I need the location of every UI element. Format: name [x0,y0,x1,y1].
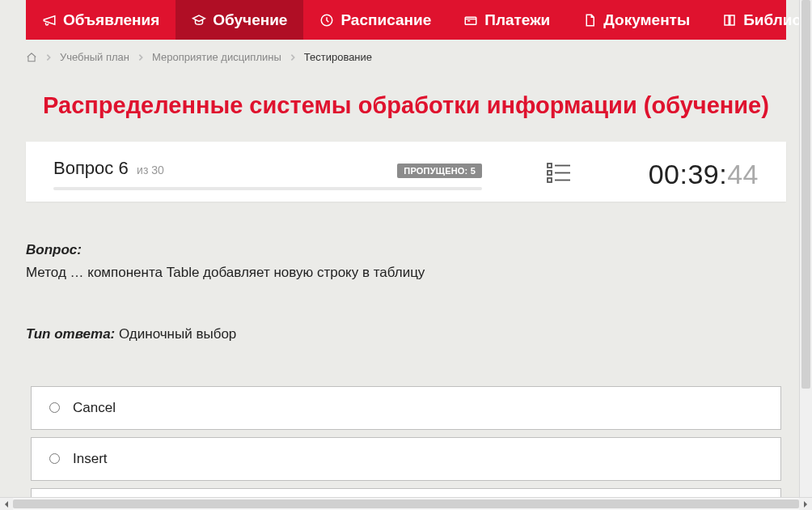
nav-label: Обучение [213,11,287,29]
clock-icon [319,13,334,28]
nav-label: Расписание [340,11,431,29]
scroll-left-arrow[interactable] [0,498,13,511]
graduation-icon [192,13,206,28]
nav-label: Документы [603,11,690,29]
breadcrumb-link[interactable]: Мероприятие дисциплины [152,51,281,63]
option-label: Cancel [73,400,116,416]
nav-label: Объявления [63,11,159,29]
option-radio[interactable] [49,453,60,464]
nav-label: Платежи [484,11,550,29]
option-radio[interactable] [49,402,60,413]
breadcrumb-link[interactable]: Учебный план [60,51,129,63]
question-body: Вопрос: Метод … компонента Table добавля… [26,242,786,497]
options-list: Cancel Insert Delete [26,386,786,497]
nav-payments[interactable]: Платежи [447,0,566,40]
megaphone-icon [42,13,57,28]
timer-sub: 44 [727,159,759,189]
chevron-right-icon [45,53,52,62]
scroll-right-arrow[interactable] [799,498,812,511]
question-total-label: из 30 [137,164,164,176]
option-item[interactable]: Delete [31,488,781,497]
svg-rect-4 [548,178,552,182]
chevron-right-icon [137,53,144,62]
nav-documents[interactable]: Документы [566,0,706,40]
nav-schedule[interactable]: Расписание [303,0,447,40]
option-label: Insert [73,451,108,467]
answer-type-label: Тип ответа: [26,326,115,342]
main-navbar: Объявления Обучение Расписание Платежи [26,0,786,40]
chevron-right-icon [290,53,296,62]
payment-icon [463,13,478,28]
scrollbar-thumb[interactable] [801,0,810,389]
timer: 00:39:44 [649,159,759,190]
svg-rect-1 [465,17,476,24]
option-item[interactable]: Insert [31,437,781,481]
svg-rect-2 [548,164,552,168]
question-text: Метод … компонента Table добавляет новую… [26,263,786,283]
breadcrumb-current: Тестирование [304,51,372,63]
timer-main: 00:39: [649,159,728,189]
question-number-label: Вопрос 6 [53,158,129,178]
question-progress: Вопрос 6 из 30 ПРОПУЩЕНО: 5 [53,158,482,190]
nav-announcements[interactable]: Объявления [26,0,176,40]
book-icon [722,13,737,28]
question-heading: Вопрос: [26,242,786,258]
breadcrumb: Учебный план Мероприятие дисциплины Тест… [26,40,786,74]
page-title: Распределенные системы обработки информа… [26,74,786,142]
option-item[interactable]: Cancel [31,386,781,430]
document-icon [582,13,597,28]
vertical-scrollbar[interactable] [799,0,812,497]
horizontal-scrollbar[interactable] [0,497,812,510]
nav-library[interactable]: Библиотека [706,0,812,40]
status-bar: Вопрос 6 из 30 ПРОПУЩЕНО: 5 [26,142,786,202]
home-icon[interactable] [26,52,37,63]
question-list-icon[interactable] [547,162,571,186]
nav-education[interactable]: Обучение [176,0,303,40]
skipped-badge: ПРОПУЩЕНО: 5 [397,164,482,178]
progress-bar [53,187,482,190]
answer-type-value: Одиночный выбор [119,326,236,342]
svg-rect-3 [548,171,552,175]
scrollbar-track[interactable] [13,498,799,510]
scrollbar-thumb[interactable] [13,499,799,508]
